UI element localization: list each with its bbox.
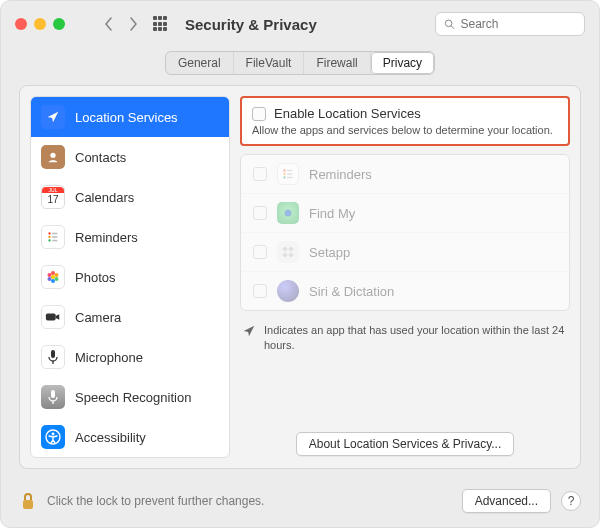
titlebar: Security & Privacy <box>1 1 599 47</box>
app-label: Siri & Dictation <box>309 284 394 299</box>
enable-location-box: Enable Location Services Allow the apps … <box>240 96 570 146</box>
app-label: Setapp <box>309 245 350 260</box>
svg-point-22 <box>52 433 55 436</box>
sidebar-item-reminders[interactable]: Reminders <box>31 217 229 257</box>
sidebar-item-speech-recognition[interactable]: Speech Recognition <box>31 377 229 417</box>
svg-point-23 <box>283 169 285 171</box>
svg-point-13 <box>51 279 55 283</box>
about-location-button[interactable]: About Location Services & Privacy... <box>296 432 515 456</box>
app-list[interactable]: Reminders Find My Setapp <box>240 154 570 311</box>
nav-arrows <box>99 14 143 34</box>
svg-point-24 <box>283 173 285 175</box>
tab-group: General FileVault Firewall Privacy <box>165 51 435 75</box>
sidebar-item-label: Location Services <box>75 110 178 125</box>
app-row-setapp[interactable]: Setapp <box>241 233 569 272</box>
note-text: Indicates an app that has used your loca… <box>264 323 568 353</box>
siri-icon <box>277 280 299 302</box>
app-row-findmy[interactable]: Find My <box>241 194 569 233</box>
accessibility-icon <box>41 425 65 449</box>
sidebar-item-label: Contacts <box>75 150 126 165</box>
app-checkbox[interactable] <box>253 206 267 220</box>
camera-icon <box>41 305 65 329</box>
svg-rect-16 <box>46 313 56 320</box>
window-title: Security & Privacy <box>185 16 317 33</box>
svg-point-14 <box>48 277 52 281</box>
svg-point-25 <box>283 176 285 178</box>
lock-text: Click the lock to prevent further change… <box>47 494 264 508</box>
app-checkbox[interactable] <box>253 245 267 259</box>
search-field[interactable] <box>435 12 585 36</box>
svg-rect-33 <box>288 252 294 258</box>
location-usage-note: Indicates an app that has used your loca… <box>242 323 568 353</box>
sidebar-item-camera[interactable]: Camera <box>31 297 229 337</box>
svg-point-11 <box>55 273 59 277</box>
close-icon[interactable] <box>15 18 27 30</box>
svg-rect-19 <box>51 390 55 398</box>
enable-location-checkbox[interactable] <box>252 107 266 121</box>
sidebar-item-label: Photos <box>75 270 115 285</box>
svg-point-15 <box>48 273 52 277</box>
findmy-icon <box>277 202 299 224</box>
sidebar-item-location-services[interactable]: Location Services <box>31 97 229 137</box>
svg-point-9 <box>51 275 55 279</box>
minimize-icon[interactable] <box>34 18 46 30</box>
svg-point-5 <box>48 239 50 241</box>
sidebar-item-label: Accessibility <box>75 430 146 445</box>
svg-rect-31 <box>288 246 294 252</box>
svg-rect-17 <box>51 350 55 358</box>
svg-rect-32 <box>282 252 288 258</box>
sidebar-item-photos[interactable]: Photos <box>31 257 229 297</box>
contacts-icon <box>41 145 65 169</box>
tab-general[interactable]: General <box>166 52 234 74</box>
svg-point-12 <box>55 277 59 281</box>
sidebar-item-accessibility[interactable]: Accessibility <box>31 417 229 457</box>
svg-rect-34 <box>23 500 33 509</box>
reminders-icon <box>277 163 299 185</box>
lock-icon[interactable] <box>19 490 37 512</box>
content-area: Location Services Contacts JUL 17 Calend… <box>19 85 581 469</box>
svg-point-3 <box>48 232 50 234</box>
svg-line-1 <box>451 26 454 29</box>
calendar-icon: JUL 17 <box>41 185 65 209</box>
app-row-reminders[interactable]: Reminders <box>241 155 569 194</box>
speech-icon <box>41 385 65 409</box>
enable-location-label: Enable Location Services <box>274 106 421 121</box>
app-label: Find My <box>309 206 355 221</box>
app-checkbox[interactable] <box>253 284 267 298</box>
enable-location-sub: Allow the apps and services below to det… <box>252 124 558 136</box>
forward-button[interactable] <box>123 14 143 34</box>
advanced-button[interactable]: Advanced... <box>462 489 551 513</box>
search-input[interactable] <box>461 17 577 31</box>
sidebar-item-microphone[interactable]: Microphone <box>31 337 229 377</box>
reminders-icon <box>41 225 65 249</box>
microphone-icon <box>41 345 65 369</box>
sidebar-item-label: Microphone <box>75 350 143 365</box>
sidebar-item-label: Reminders <box>75 230 138 245</box>
app-checkbox[interactable] <box>253 167 267 181</box>
sidebar-item-contacts[interactable]: Contacts <box>31 137 229 177</box>
app-label: Reminders <box>309 167 372 182</box>
tab-privacy[interactable]: Privacy <box>371 52 434 74</box>
privacy-sidebar: Location Services Contacts JUL 17 Calend… <box>30 96 230 458</box>
about-row: About Location Services & Privacy... <box>240 426 570 458</box>
back-button[interactable] <box>99 14 119 34</box>
svg-rect-30 <box>282 246 288 252</box>
sidebar-item-label: Calendars <box>75 190 134 205</box>
svg-point-4 <box>48 236 50 238</box>
location-arrow-icon <box>242 324 256 338</box>
show-all-icon[interactable] <box>153 16 169 32</box>
setapp-icon <box>277 241 299 263</box>
tab-firewall[interactable]: Firewall <box>304 52 370 74</box>
tab-filevault[interactable]: FileVault <box>234 52 305 74</box>
help-button[interactable]: ? <box>561 491 581 511</box>
sidebar-item-label: Camera <box>75 310 121 325</box>
preferences-window: Security & Privacy General FileVault Fir… <box>0 0 600 528</box>
svg-point-10 <box>51 271 55 275</box>
svg-point-29 <box>285 210 292 217</box>
detail-pane: Enable Location Services Allow the apps … <box>240 96 570 458</box>
tabs-row: General FileVault Firewall Privacy <box>1 47 599 85</box>
svg-point-2 <box>50 153 55 158</box>
app-row-siri[interactable]: Siri & Dictation <box>241 272 569 310</box>
zoom-icon[interactable] <box>53 18 65 30</box>
sidebar-item-calendars[interactable]: JUL 17 Calendars <box>31 177 229 217</box>
